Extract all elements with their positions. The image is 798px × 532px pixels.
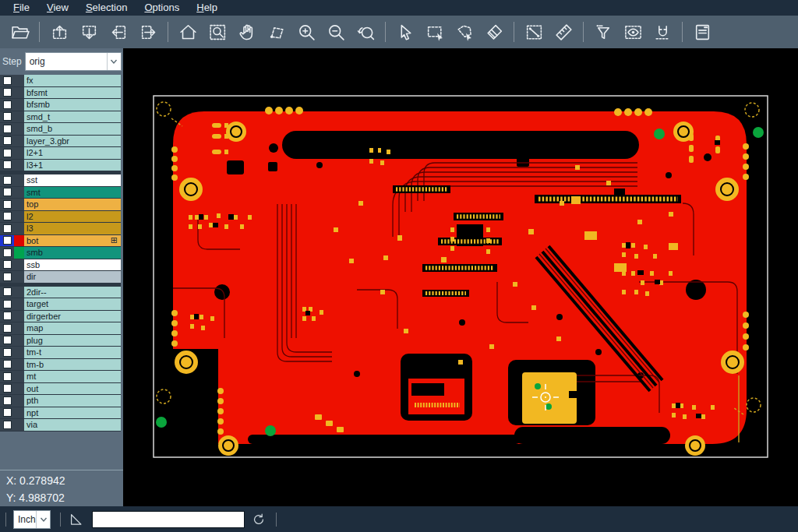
layer-visibility-checkbox[interactable] [3,112,12,121]
layer-visibility-checkbox[interactable] [3,360,12,368]
layer-visibility-checkbox[interactable] [3,324,12,333]
layer-row-smd_t[interactable]: smd_t [0,111,121,124]
layer-row-map[interactable]: map [0,322,121,335]
layer-visibility-checkbox[interactable] [3,312,12,320]
layer-label[interactable]: smt [24,187,121,199]
layer-label[interactable]: map [24,322,121,334]
layer-visibility-checkbox[interactable] [3,136,12,145]
chevron-down-icon[interactable] [36,511,50,528]
layer-visibility-checkbox[interactable] [3,408,12,417]
refresh-button[interactable] [251,512,267,527]
layers-panel-button[interactable] [689,19,715,45]
layer-label[interactable]: l2 [24,211,121,223]
layer-row-smt[interactable]: smt [0,187,121,199]
layer-row-pth[interactable]: pth [0,395,121,407]
move-up-button[interactable] [46,19,72,45]
layer-label[interactable]: smd_b [24,123,121,135]
layer-visibility-checkbox[interactable] [3,200,12,209]
chevron-down-icon[interactable] [107,53,121,70]
layer-visibility-checkbox[interactable] [3,348,12,357]
layer-visibility-checkbox[interactable] [3,212,12,220]
zoom-polygon-button[interactable] [263,19,290,45]
layer-label[interactable]: l3+1 [24,160,121,171]
layer-label[interactable]: target [24,298,121,310]
layer-row-bot[interactable]: bot⊞ [0,235,121,248]
menu-selection[interactable]: Selection [77,0,136,16]
layer-label[interactable]: top [24,199,121,210]
layer-row-ssb[interactable]: ssb [0,259,121,272]
layer-visibility-checkbox[interactable] [3,160,12,169]
layer-visibility-checkbox[interactable] [3,125,12,133]
measure-distance-button[interactable] [521,19,547,45]
layer-row-out[interactable]: out [0,383,121,396]
select-rectangle-button[interactable] [422,19,448,45]
layer-visibility-checkbox[interactable] [3,287,12,296]
layer-label[interactable]: npt [24,407,121,419]
layer-row-l2[interactable]: l2 [0,211,121,224]
layer-row-via[interactable]: via [0,419,121,432]
zoom-in-button[interactable] [293,19,320,45]
layer-label[interactable]: via [24,419,121,431]
layer-visibility-checkbox[interactable] [3,176,12,185]
select-polygon-button[interactable] [451,19,478,45]
layer-label[interactable]: plug [24,335,121,347]
home-button[interactable] [175,19,201,45]
layer-row-dir[interactable]: dir [0,271,121,284]
layer-row-2dir--[interactable]: 2dir-- [0,287,121,299]
layer-row-l3[interactable]: l3 [0,223,121,235]
layer-row-tm-b[interactable]: tm-b [0,359,121,372]
layer-label[interactable]: bfsmt [24,87,121,99]
show-selection-button[interactable] [620,19,646,45]
layer-visibility-checkbox[interactable] [3,396,12,405]
layer-visibility-checkbox[interactable] [3,76,12,85]
layer-label[interactable]: smd_t [24,111,121,123]
layer-visibility-checkbox[interactable] [3,384,12,393]
corner-angle-button[interactable] [68,512,83,527]
layer-label[interactable]: dirgerber [24,311,121,322]
menu-view[interactable]: View [38,0,77,16]
layer-visibility-checkbox[interactable] [3,188,12,196]
layer-row-bfsmt[interactable]: bfsmt [0,87,121,100]
layer-label[interactable]: mt [24,371,121,382]
layer-visibility-checkbox[interactable] [3,88,12,97]
layer-row-plug[interactable]: plug [0,335,121,347]
open-folder-button[interactable] [6,19,33,45]
layer-row-bfsmb[interactable]: bfsmb [0,99,121,111]
layer-label[interactable]: smb [24,247,121,259]
menu-file[interactable]: File [5,0,38,16]
layer-label[interactable]: pth [24,395,121,407]
unit-select[interactable]: Inch [13,510,51,529]
layer-visibility-checkbox[interactable] [3,336,12,344]
layer-row-smb[interactable]: smb [0,247,121,259]
command-input[interactable] [92,511,245,528]
layer-row-layer_3.gbr[interactable]: layer_3.gbr [0,136,121,148]
layer-visibility-checkbox[interactable] [3,372,12,381]
layer-row-sst[interactable]: sst [0,174,121,187]
pcb-canvas[interactable] [123,48,798,506]
layer-label[interactable]: sst [24,174,121,186]
layer-label[interactable]: bot⊞ [24,235,121,247]
move-left-button[interactable] [105,19,132,45]
layer-visibility-checkbox[interactable] [3,149,12,157]
layer-label[interactable]: bfsmb [24,99,121,111]
layer-row-mt[interactable]: mt [0,371,121,383]
layer-row-fx[interactable]: fx [0,75,121,87]
layer-row-smd_b[interactable]: smd_b [0,123,121,136]
layer-visibility-checkbox[interactable] [3,260,12,269]
pan-hand-button[interactable] [234,19,260,45]
move-right-button[interactable] [135,19,161,45]
step-select[interactable]: orig [25,52,122,71]
layer-label[interactable]: l2+1 [24,147,121,159]
layer-label[interactable]: l3 [24,223,121,234]
layer-label[interactable]: fx [24,75,121,86]
menu-help[interactable]: Help [188,0,226,16]
menu-options[interactable]: Options [136,0,188,16]
layer-visibility-checkbox[interactable] [3,421,12,429]
move-down-button[interactable] [76,19,102,45]
layer-visibility-checkbox[interactable] [3,224,12,233]
layer-label[interactable]: tm-b [24,359,121,371]
layer-label[interactable]: dir [24,271,121,283]
layer-label[interactable]: ssb [24,259,121,271]
select-cursor-button[interactable] [392,19,418,45]
layer-row-l2+1[interactable]: l2+1 [0,147,121,160]
